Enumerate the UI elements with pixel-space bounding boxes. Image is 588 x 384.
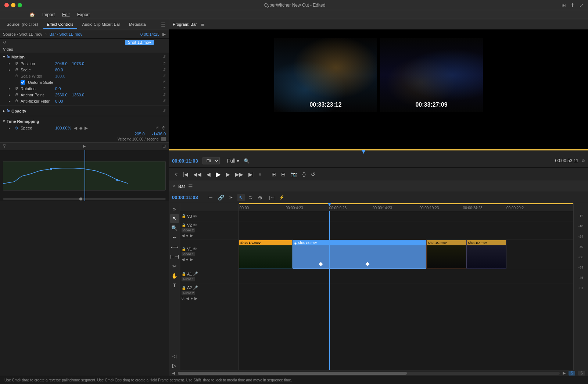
menu-home[interactable]: 🏠 bbox=[29, 12, 35, 17]
play-back-icon[interactable]: ◀ bbox=[205, 171, 212, 178]
prop-anchor-y[interactable]: 1350.0 bbox=[72, 93, 85, 97]
monitor-timecode-left[interactable]: 00:00:11:03 bbox=[172, 158, 198, 164]
clip-shot1a[interactable]: Shot 1A.mov bbox=[239, 240, 293, 269]
play-stop-button[interactable]: ▶ bbox=[214, 170, 222, 179]
prop-toggle-speed[interactable]: ▸ bbox=[9, 126, 12, 130]
forward-tool-icon[interactable]: ⊃ bbox=[247, 194, 254, 201]
scroll-right-icon[interactable]: ▶ bbox=[563, 371, 566, 376]
program-menu-icon[interactable]: ☰ bbox=[201, 22, 205, 27]
reset-rotation-icon[interactable]: ↺ bbox=[162, 86, 166, 91]
snap-icon[interactable]: |↔| bbox=[269, 195, 276, 200]
prop-toggle-antiflicker[interactable]: ▸ bbox=[9, 99, 12, 103]
menu-export[interactable]: Export bbox=[77, 12, 90, 17]
menu-import[interactable]: Import bbox=[42, 12, 55, 17]
v1-eye-icon[interactable]: 👁 bbox=[193, 247, 197, 251]
fx-opacity-reset[interactable]: ↺ bbox=[162, 109, 166, 113]
step-back-icon[interactable]: ◀◀ bbox=[192, 171, 203, 178]
fx-timeremapping-header[interactable]: ▾ Time Remapping bbox=[0, 118, 169, 125]
play-fwd-icon[interactable]: ▶ bbox=[225, 171, 232, 178]
speed-value-1[interactable]: 205.0 bbox=[135, 132, 145, 136]
timeline-s2[interactable]: S bbox=[578, 371, 585, 376]
export-frame-icon[interactable]: 📷 bbox=[289, 171, 298, 178]
tl-audio2-icon[interactable]: ▷ bbox=[170, 361, 179, 370]
a2-next-icon[interactable]: ▶ bbox=[194, 296, 197, 301]
v1-prev-icon[interactable]: ◀ bbox=[182, 257, 184, 262]
tl-pen-icon[interactable]: ✒ bbox=[170, 233, 179, 242]
close-button[interactable] bbox=[4, 3, 9, 7]
uniform-scale-checkbox[interactable] bbox=[21, 80, 25, 85]
prop-speed-val[interactable]: 100.00% bbox=[55, 126, 71, 130]
reset-antiflicker-icon[interactable]: ↺ bbox=[162, 99, 166, 103]
a2-stop-icon[interactable]: ● bbox=[190, 296, 193, 301]
selection-tool-icon[interactable]: ↖ bbox=[237, 194, 245, 201]
stopwatch-rotation-icon[interactable]: ⏱ bbox=[14, 86, 19, 90]
tl-audio-icon[interactable]: ◁ bbox=[170, 352, 179, 360]
prop-toggle-scale[interactable]: ▸ bbox=[9, 68, 12, 72]
timeline-timecode[interactable]: 00:00:11:03 bbox=[172, 195, 198, 200]
mark-out-icon[interactable]: ▿ bbox=[257, 171, 263, 178]
prop-scale-val[interactable]: 80.0 bbox=[55, 68, 63, 72]
speed-prev-icon[interactable]: ◀ bbox=[74, 125, 77, 131]
reset-position-icon[interactable]: ↺ bbox=[162, 61, 166, 66]
tab-source[interactable]: Source: (no clips) bbox=[3, 21, 42, 29]
ec-play-icon[interactable]: ▶ bbox=[83, 144, 86, 149]
clip-shot1c[interactable]: Shot 1C.mov bbox=[426, 240, 466, 269]
v2-next-icon[interactable]: ▶ bbox=[190, 233, 193, 238]
stopwatch-antiflicker-icon[interactable]: ⏱ bbox=[14, 99, 19, 103]
tl-razor-icon[interactable]: ✂ bbox=[170, 262, 179, 271]
prop-antiflicker-val[interactable]: 0.00 bbox=[55, 99, 63, 103]
a2-micro-icon[interactable]: 🎤 bbox=[193, 285, 198, 290]
magnet-icon[interactable]: ⚡ bbox=[279, 195, 284, 200]
full-quality-selector[interactable]: Full ▾ bbox=[226, 157, 241, 164]
prop-toggle-position[interactable]: ▸ bbox=[9, 62, 12, 65]
prop-toggle-anchor[interactable]: ▸ bbox=[9, 93, 12, 97]
timeline-close-btn[interactable]: ✕ bbox=[172, 184, 175, 189]
zoom-icon[interactable]: 🔍 bbox=[244, 158, 250, 164]
a2-lock-icon[interactable]: 🔒 bbox=[182, 286, 186, 290]
v3-lock-icon[interactable]: 🔒 bbox=[182, 214, 186, 218]
scroll-track[interactable] bbox=[178, 372, 560, 375]
link-icon[interactable]: 🔗 bbox=[216, 194, 226, 201]
keyframe-2[interactable] bbox=[365, 262, 369, 266]
tab-effect-controls[interactable]: Effect Controls bbox=[43, 21, 77, 29]
overwrite-icon[interactable]: ⊟ bbox=[280, 171, 287, 178]
share-icon[interactable]: ⬆ bbox=[570, 2, 575, 8]
prop-anchor-x[interactable]: 2560.0 bbox=[55, 93, 68, 97]
reset-speed-icon[interactable]: ↺ bbox=[155, 126, 159, 131]
tl-search-icon[interactable]: 🔍 bbox=[170, 224, 179, 232]
v2-prev-icon[interactable]: ◀ bbox=[182, 233, 184, 238]
speed-next-icon[interactable]: ▶ bbox=[85, 125, 88, 131]
insert-icon[interactable]: ⊞ bbox=[270, 171, 277, 178]
timeline-menu-icon[interactable]: ☰ bbox=[188, 184, 193, 189]
v2-eye-icon[interactable]: 👁 bbox=[193, 223, 197, 227]
v1-stop-icon[interactable]: ● bbox=[186, 257, 189, 262]
go-to-out-icon[interactable]: ▶| bbox=[247, 171, 255, 178]
velocity-keyframe-icon[interactable] bbox=[161, 137, 166, 141]
minimize-button[interactable] bbox=[11, 3, 15, 7]
speed-value-2[interactable]: -1436.0 bbox=[152, 132, 166, 136]
ec-export-icon[interactable]: ⊡ bbox=[162, 144, 166, 149]
go-to-in-icon[interactable]: |◀ bbox=[181, 171, 190, 178]
tl-text-icon[interactable]: T bbox=[170, 281, 179, 290]
stopwatch-icon[interactable]: ⏱ bbox=[14, 61, 19, 65]
v1-lock-icon[interactable]: 🔒 bbox=[182, 247, 186, 251]
source-nav-icon[interactable]: ▶ bbox=[162, 32, 166, 37]
loop-icon[interactable]: ↺ bbox=[309, 171, 317, 178]
v3-eye-icon[interactable]: 👁 bbox=[193, 214, 197, 218]
a1-micro-icon[interactable]: 🎤 bbox=[193, 271, 198, 276]
v2-lock-icon[interactable]: 🔒 bbox=[182, 223, 186, 227]
fx-motion-header[interactable]: ▾ fx Motion ↺ bbox=[0, 53, 169, 60]
reset-anchor-icon[interactable]: ↺ bbox=[162, 92, 166, 97]
maximize-button[interactable] bbox=[18, 3, 22, 7]
scroll-thumb[interactable] bbox=[178, 372, 407, 375]
tab-audio-clip-mixer[interactable]: Audio Clip Mixer: Bar bbox=[79, 21, 124, 29]
scroll-left-icon[interactable]: ◀ bbox=[172, 371, 175, 376]
reset-scale-icon[interactable]: ↺ bbox=[162, 67, 166, 72]
timeline-scrollbar[interactable]: ◀ ▶ S S bbox=[169, 370, 588, 376]
v2-stop-icon[interactable]: ● bbox=[186, 233, 189, 238]
expand-icon[interactable]: ⤢ bbox=[579, 2, 584, 8]
fit-selector[interactable]: Fit bbox=[202, 157, 220, 164]
fx-motion-reset[interactable]: ↺ bbox=[162, 54, 166, 59]
keyframe-1[interactable] bbox=[319, 262, 323, 266]
clip-shot1b[interactable]: ◈ Shot 1B.mov bbox=[293, 240, 426, 269]
